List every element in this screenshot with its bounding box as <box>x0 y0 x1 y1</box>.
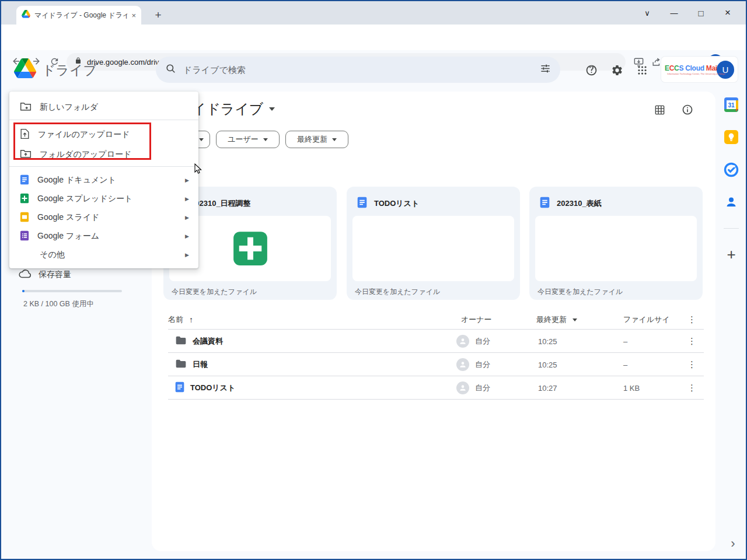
column-label: 最終更新 <box>536 314 567 325</box>
menu-item-google-sheets[interactable]: Google スプレッドシート ▶ <box>9 188 198 209</box>
menu-item-new-folder[interactable]: 新しいフォルダ <box>9 95 198 120</box>
storage-label[interactable]: 保存容量 <box>39 270 71 280</box>
account-avatar[interactable]: U <box>717 61 734 79</box>
submenu-arrow-icon: ▶ <box>185 196 189 202</box>
storage-usage-text: 2 KB / 100 GB 使用中 <box>23 299 94 309</box>
drive-logo[interactable] <box>14 58 36 80</box>
add-side-panel-apps-button[interactable]: + <box>723 246 739 262</box>
settings-gear-icon[interactable] <box>609 62 624 78</box>
card-preview <box>352 216 514 281</box>
owner-name: 自分 <box>475 336 490 346</box>
row-modified: 10:25 <box>538 337 557 345</box>
row-modified: 10:27 <box>538 383 557 392</box>
eccs-account-badge[interactable]: ECCS Cloud Mail Information Technology C… <box>661 57 738 82</box>
folder-icon <box>175 359 187 370</box>
sheets-icon <box>20 193 29 205</box>
menu-divider <box>9 166 198 167</box>
menu-divider <box>9 120 198 120</box>
column-owner[interactable]: オーナー <box>461 314 492 325</box>
close-button[interactable]: × <box>714 1 741 24</box>
menu-item-label: Google フォーム <box>37 231 198 242</box>
collapse-side-panel-chevron-icon[interactable]: › <box>725 536 741 552</box>
suggested-card-3[interactable]: 202310_表紙 今日変更を加えたファイル <box>529 187 703 300</box>
card-caption: 今日変更を加えたファイル <box>172 287 257 297</box>
search-options-tune-icon[interactable] <box>540 63 551 76</box>
filter-chip-user[interactable]: ユーザー <box>216 131 280 148</box>
owner-avatar <box>456 382 469 394</box>
menu-item-google-slides[interactable]: Google スライド ▶ <box>9 207 198 228</box>
card-title: 202310_表紙 <box>557 198 602 209</box>
suggested-card-2[interactable]: TODOリスト 今日変更を加えたファイル <box>347 187 520 300</box>
minimize-button[interactable]: — <box>661 1 687 24</box>
search-bar[interactable] <box>156 57 560 83</box>
row-name-cell: 日報 <box>175 359 208 370</box>
card-title: 202310_日程調整 <box>191 198 251 209</box>
file-name: 日報 <box>193 359 208 370</box>
column-size[interactable]: ファイルサイ <box>623 314 670 325</box>
column-label: オーナー <box>461 314 492 325</box>
row-kebab-icon[interactable]: ⋮ <box>687 336 696 346</box>
chevron-down-icon <box>332 138 337 141</box>
table-row[interactable]: TODOリスト 自分 10:27 1 KB ⋮ <box>168 376 704 400</box>
menu-item-label: Google スプレッドシート <box>37 194 198 204</box>
calendar-day-text: 31 <box>728 102 735 108</box>
menu-item-more[interactable]: その他 ▶ <box>9 244 198 265</box>
eccs-badge-title: ECCS Cloud Mail <box>665 64 715 72</box>
forms-icon <box>20 230 29 243</box>
menu-item-google-docs[interactable]: Google ドキュメント ▶ <box>9 170 198 191</box>
docs-file-icon <box>540 197 550 211</box>
new-folder-icon <box>20 102 32 113</box>
file-name: TODOリスト <box>190 383 235 393</box>
table-row[interactable]: 日報 自分 10:25 – ⋮ <box>168 353 704 376</box>
folder-icon <box>175 335 187 347</box>
slides-icon <box>20 212 29 224</box>
row-kebab-icon[interactable]: ⋮ <box>687 359 696 370</box>
docs-file-icon <box>357 197 367 211</box>
row-kebab-icon[interactable]: ⋮ <box>687 383 696 393</box>
owner-avatar <box>456 335 469 348</box>
owner-name: 自分 <box>475 359 490 370</box>
submenu-arrow-icon: ▶ <box>185 215 189 220</box>
row-name-cell: TODOリスト <box>175 382 235 394</box>
menu-item-label: 新しいフォルダ <box>40 102 198 113</box>
chip-label: ユーザー <box>228 134 259 145</box>
filter-chip-modified[interactable]: 最終更新 <box>285 131 348 148</box>
card-caption: 今日変更を加えたファイル <box>355 287 440 297</box>
browser-toolbar: drive.google.com/drive/my-drive ☆ U ⋮ <box>1 24 746 50</box>
tab-close-icon[interactable]: × <box>131 11 136 20</box>
row-size: – <box>623 337 627 345</box>
file-name: 会議資料 <box>193 336 223 346</box>
row-name-cell: 会議資料 <box>175 335 223 347</box>
upload-highlight-red-box <box>13 123 151 160</box>
grid-view-icon[interactable] <box>652 103 666 117</box>
row-owner-cell: 自分 <box>456 358 490 371</box>
storage-progress-fill <box>22 290 25 292</box>
keep-icon[interactable] <box>723 129 739 145</box>
search-icon <box>165 63 176 76</box>
file-table: 名前 ↑ オーナー 最終更新 ファイルサイ ⋮ <box>168 310 704 400</box>
window-controls: ∨ — □ × <box>634 1 741 24</box>
tab-search-icon[interactable]: ∨ <box>634 1 661 24</box>
maximize-button[interactable]: □ <box>687 1 714 24</box>
table-options-kebab-icon[interactable]: ⋮ <box>687 314 696 325</box>
product-name: ドライブ <box>42 61 97 79</box>
apps-grid-icon[interactable] <box>634 62 650 78</box>
browser-tab[interactable]: マイドライブ - Google ドライブ × <box>16 6 141 24</box>
tasks-icon[interactable] <box>723 162 739 178</box>
row-modified: 10:25 <box>538 360 557 369</box>
tab-title: マイドライブ - Google ドライブ <box>34 10 127 20</box>
info-icon[interactable] <box>680 103 694 117</box>
column-modified[interactable]: 最終更新 <box>536 314 577 325</box>
help-icon[interactable] <box>584 62 599 78</box>
search-input[interactable] <box>183 65 533 75</box>
table-row[interactable]: 会議資料 自分 10:25 – ⋮ <box>168 330 704 353</box>
card-title: TODOリスト <box>374 198 419 209</box>
new-tab-button[interactable]: + <box>151 8 166 23</box>
contacts-icon[interactable] <box>723 194 739 210</box>
menu-item-google-forms[interactable]: Google フォーム ▶ <box>9 226 198 247</box>
menu-item-label: Google ドキュメント <box>37 175 198 186</box>
calendar-icon[interactable]: 31 <box>723 96 739 113</box>
column-name[interactable]: 名前 ↑ <box>168 314 193 325</box>
chevron-down-icon <box>269 107 275 111</box>
row-owner-cell: 自分 <box>456 335 490 348</box>
